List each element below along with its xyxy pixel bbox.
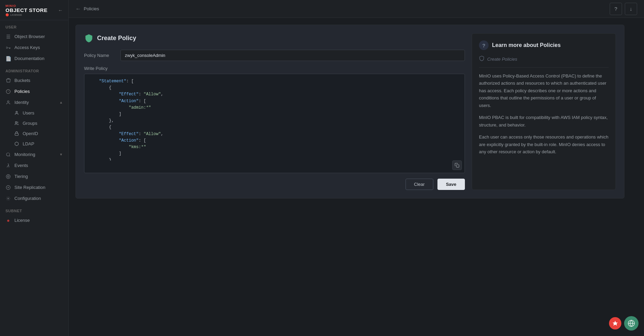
- sidebar-item-configuration[interactable]: Configuration: [0, 193, 68, 204]
- collapse-button[interactable]: ←: [58, 8, 63, 13]
- svg-point-10: [8, 176, 9, 177]
- sidebar-item-identity[interactable]: Identity ▲: [0, 97, 68, 108]
- form-actions: Clear Save: [84, 179, 465, 190]
- learn-more-icon: ?: [479, 40, 489, 50]
- sidebar-sub-item-label: Users: [23, 110, 34, 116]
- sidebar-item-documentation[interactable]: 📄 Documentation: [0, 53, 68, 64]
- logo-title: OBJECT STORE: [5, 8, 47, 13]
- panel-title: Create Policy: [97, 35, 136, 42]
- chevron-down-icon: ▼: [59, 153, 63, 156]
- learn-desc-2: MinIO PBAC is built for compatibility wi…: [479, 114, 609, 129]
- svg-rect-6: [15, 133, 18, 135]
- learn-desc-1: MinIO uses Policy-Based Access Control (…: [479, 72, 609, 109]
- ldap-icon: [14, 141, 19, 147]
- svg-point-4: [16, 111, 17, 113]
- policy-name-row: Policy Name: [84, 50, 465, 61]
- sidebar-item-label: Tiering: [14, 174, 28, 179]
- events-icon: λ: [5, 163, 11, 168]
- policies-icon: [5, 89, 11, 94]
- section-label-subnet: Subnet: [0, 204, 68, 215]
- chevron-up-icon: ▲: [59, 100, 63, 104]
- panel-header: Create Policy: [84, 33, 465, 43]
- save-button[interactable]: Save: [437, 179, 465, 190]
- logo-subtitle: 🔴 LICENSE: [5, 13, 47, 16]
- sidebar-item-label: Identity: [14, 100, 29, 105]
- sidebar-item-access-keys[interactable]: 🗝 Access Keys: [0, 42, 68, 53]
- object-browser-icon: ☰: [5, 34, 11, 39]
- clear-button[interactable]: Clear: [406, 179, 433, 190]
- breadcrumb-arrow: ←: [75, 6, 81, 12]
- logo-area: MINIO OBJECT STORE 🔴 LICENSE ←: [0, 0, 68, 20]
- sidebar-item-label: Configuration: [14, 196, 41, 201]
- sidebar-item-label: Monitoring: [14, 152, 35, 157]
- monitoring-icon: [5, 152, 11, 157]
- learn-more-title: Learn more about Policies: [492, 42, 561, 48]
- openid-icon: [14, 131, 19, 136]
- sidebar-item-tiering[interactable]: Tiering: [0, 171, 68, 182]
- sidebar-item-events[interactable]: λ Events: [0, 160, 68, 171]
- create-policy-panel: Create Policy Policy Name Write Policy "…: [84, 33, 465, 190]
- svg-point-7: [7, 153, 10, 156]
- sidebar: MINIO OBJECT STORE 🔴 LICENSE ← User ☰ Ob…: [0, 0, 69, 336]
- sidebar-sub-item-users[interactable]: Users: [0, 108, 68, 118]
- write-policy-label: Write Policy: [84, 66, 465, 71]
- access-keys-icon: 🗝: [5, 45, 11, 50]
- code-editor-container: "Statement": [ { "Effect": "Allow", "Act…: [84, 74, 465, 173]
- identity-icon: [5, 100, 11, 105]
- learn-more-panel: ? Learn more about Policies Create Polic…: [472, 33, 616, 190]
- users-icon: [14, 110, 19, 116]
- svg-line-8: [9, 155, 10, 156]
- sidebar-item-label: Policies: [14, 89, 30, 94]
- sidebar-sub-item-label: Groups: [23, 121, 37, 126]
- sidebar-item-buckets[interactable]: Buckets: [0, 75, 68, 86]
- topbar-actions: ? ↓: [610, 3, 637, 15]
- sidebar-item-label: License: [14, 218, 30, 223]
- sidebar-sub-item-ldap[interactable]: LDAP: [0, 139, 68, 149]
- learn-section: Create Policies: [479, 56, 609, 68]
- download-button[interactable]: ↓: [625, 3, 637, 15]
- page-container: Create Policy Policy Name Write Policy "…: [75, 25, 624, 199]
- sidebar-item-label: Buckets: [14, 78, 30, 83]
- sidebar-item-object-browser[interactable]: ☰ Object Browser: [0, 31, 68, 42]
- breadcrumb-parent[interactable]: Policies: [84, 6, 99, 11]
- sidebar-sub-item-label: OpenID: [23, 131, 38, 136]
- svg-point-9: [6, 175, 10, 179]
- tiering-icon: [5, 174, 11, 179]
- sidebar-item-label: Object Browser: [14, 34, 45, 39]
- sidebar-sub-item-openid[interactable]: OpenID: [0, 129, 68, 139]
- main-area: ← Policies ? ↓ Create Policy: [69, 0, 644, 336]
- sidebar-item-policies[interactable]: Policies: [0, 86, 68, 97]
- sidebar-sub-item-groups[interactable]: Groups: [0, 118, 68, 129]
- copy-code-button[interactable]: [452, 160, 462, 170]
- learn-section-label: Create Policies: [487, 57, 517, 62]
- sidebar-item-monitoring[interactable]: Monitoring ▼: [0, 149, 68, 160]
- help-button[interactable]: ?: [610, 3, 622, 15]
- globe-overlay-button[interactable]: [624, 316, 639, 331]
- minio-overlay-button[interactable]: [609, 317, 621, 329]
- site-replication-icon: [5, 185, 11, 190]
- groups-icon: [14, 121, 19, 126]
- topbar: ← Policies ? ↓: [69, 0, 644, 18]
- policy-name-label: Policy Name: [84, 53, 115, 58]
- configuration-icon: [5, 196, 11, 201]
- buckets-icon: [5, 78, 11, 83]
- sidebar-sub-item-label: LDAP: [23, 141, 34, 146]
- policy-name-input[interactable]: [120, 50, 465, 61]
- svg-point-3: [8, 100, 9, 102]
- sidebar-item-label: Events: [14, 163, 28, 168]
- sidebar-item-site-replication[interactable]: Site Replication: [0, 182, 68, 193]
- breadcrumb: ← Policies: [75, 6, 99, 12]
- sidebar-item-license[interactable]: ● License: [0, 215, 68, 226]
- learn-more-header: ? Learn more about Policies: [479, 40, 609, 50]
- section-label-administrator: Administrator: [0, 64, 68, 75]
- documentation-icon: 📄: [5, 56, 11, 61]
- learn-desc-3: Each user can access only those resource…: [479, 133, 609, 155]
- svg-point-5: [15, 122, 16, 123]
- section-label-user: User: [0, 20, 68, 31]
- license-icon: ●: [5, 218, 11, 223]
- sidebar-item-label: Access Keys: [14, 45, 40, 50]
- policy-shield-icon: [84, 33, 94, 43]
- code-content[interactable]: "Statement": [ { "Effect": "Allow", "Act…: [84, 74, 465, 160]
- svg-rect-12: [456, 165, 459, 167]
- svg-point-11: [8, 198, 9, 199]
